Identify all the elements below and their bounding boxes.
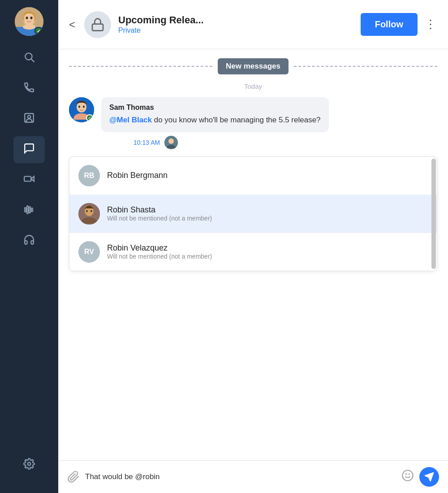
- search-icon: [23, 51, 35, 66]
- sidebar-nav: [0, 45, 58, 452]
- message-content: Sam Thomas @Mel Black do you know who'll…: [101, 97, 329, 149]
- user-online-indicator: [34, 27, 43, 35]
- date-label: Today: [58, 82, 448, 90]
- channel-header: < Upcoming Relea... Private Follow ⋮: [58, 0, 448, 49]
- divider-line-right: [294, 66, 437, 67]
- input-bar: [58, 460, 448, 493]
- mention-note-rv: Will not be mentioned (not a member): [107, 253, 428, 260]
- svg-point-5: [30, 17, 33, 19]
- user-avatar[interactable]: [15, 7, 43, 36]
- mention-info-rs: Robin Shasta Will not be mentioned (not …: [107, 205, 428, 222]
- channel-name: Upcoming Relea...: [118, 14, 353, 26]
- svg-point-4: [26, 17, 28, 19]
- divider-line-left: [69, 66, 212, 67]
- mention-tag: @Mel Black: [109, 116, 152, 124]
- sidebar-item-settings[interactable]: [13, 452, 45, 479]
- svg-rect-19: [92, 24, 103, 30]
- message-author-name: Sam Thomas: [109, 104, 321, 112]
- svg-point-30: [402, 470, 413, 480]
- sidebar-item-video[interactable]: [13, 167, 45, 194]
- sidebar-item-search[interactable]: [13, 45, 45, 72]
- main-area: < Upcoming Relea... Private Follow ⋮ New…: [58, 0, 448, 493]
- channel-title-area: Upcoming Relea... Private: [118, 14, 353, 34]
- message-time: 10:13 AM: [134, 139, 160, 146]
- message-meta: 10:13 AM: [101, 136, 329, 149]
- message-text: @Mel Black do you know who'll be managin…: [109, 114, 321, 126]
- contacts-icon: [23, 112, 35, 127]
- attach-button[interactable]: [67, 471, 80, 483]
- mention-info-rv: Robin Velazquez Will not be mentioned (n…: [107, 243, 428, 260]
- mention-item-robin-velazquez[interactable]: RV Robin Velazquez Will not be mentioned…: [69, 233, 437, 271]
- svg-rect-14: [25, 208, 26, 212]
- message-body: do you know who'll be managing the 5.5 r…: [152, 116, 321, 124]
- back-button[interactable]: <: [69, 18, 75, 31]
- channel-type: Private: [118, 26, 353, 35]
- send-button[interactable]: [419, 467, 439, 487]
- svg-point-23: [83, 106, 85, 108]
- video-icon: [23, 173, 35, 188]
- emoji-button[interactable]: [401, 469, 414, 484]
- svg-marker-34: [425, 473, 433, 481]
- message-input[interactable]: [85, 472, 396, 481]
- svg-point-28: [86, 210, 88, 212]
- message-reader-avatar: [164, 136, 178, 149]
- svg-rect-15: [27, 206, 28, 214]
- message-author-avatar: [69, 97, 94, 122]
- author-online-indicator: [86, 114, 93, 121]
- mention-name-rb: Robin Bergmann: [107, 171, 428, 180]
- mention-note-rs: Will not be mentioned (not a member): [107, 215, 428, 222]
- svg-rect-12: [24, 176, 31, 181]
- svg-point-11: [28, 115, 31, 118]
- mention-info-rb: Robin Bergmann: [107, 171, 428, 180]
- svg-line-9: [31, 59, 34, 61]
- headset-icon: [23, 234, 35, 249]
- mention-dropdown: RB Robin Bergmann: [69, 156, 437, 271]
- sidebar-item-headset[interactable]: [13, 228, 45, 255]
- svg-point-7: [23, 24, 35, 30]
- chat-area: New messages Today Sam: [58, 49, 448, 460]
- mention-avatar-rb: RB: [78, 165, 100, 186]
- sidebar-item-audio[interactable]: [13, 197, 45, 224]
- audio-icon: [23, 203, 35, 218]
- more-options-button[interactable]: ⋮: [425, 17, 437, 31]
- mention-item-robin-bergmann[interactable]: RB Robin Bergmann: [69, 157, 437, 195]
- message-bubble: Sam Thomas @Mel Black do you know who'll…: [101, 97, 329, 132]
- new-messages-badge: New messages: [218, 58, 289, 74]
- channel-icon: [84, 11, 111, 38]
- mention-item-robin-shasta[interactable]: Robin Shasta Will not be mentioned (not …: [69, 195, 437, 233]
- sidebar-item-contacts[interactable]: [13, 106, 45, 133]
- sidebar: [0, 0, 58, 493]
- svg-point-22: [78, 106, 80, 108]
- mention-avatar-rs: [78, 203, 100, 225]
- mention-scrollbar[interactable]: [431, 159, 436, 269]
- new-messages-divider: New messages: [58, 49, 448, 79]
- svg-rect-17: [31, 208, 33, 212]
- chat-icon: [23, 143, 35, 157]
- sidebar-bottom: [13, 452, 45, 486]
- svg-point-25: [168, 138, 174, 144]
- sidebar-item-phone[interactable]: [13, 75, 45, 102]
- svg-point-3: [24, 13, 34, 25]
- svg-rect-16: [29, 207, 30, 213]
- sidebar-item-chat[interactable]: [13, 136, 45, 163]
- svg-point-18: [28, 462, 31, 465]
- mention-name-rv: Robin Velazquez: [107, 243, 428, 253]
- svg-point-29: [90, 210, 92, 212]
- settings-icon: [23, 458, 35, 473]
- message-row: Sam Thomas @Mel Black do you know who'll…: [58, 97, 448, 153]
- mention-name-rs: Robin Shasta: [107, 205, 428, 215]
- follow-button[interactable]: Follow: [361, 13, 418, 36]
- phone-icon: [23, 82, 35, 96]
- mention-avatar-rv: RV: [78, 241, 100, 263]
